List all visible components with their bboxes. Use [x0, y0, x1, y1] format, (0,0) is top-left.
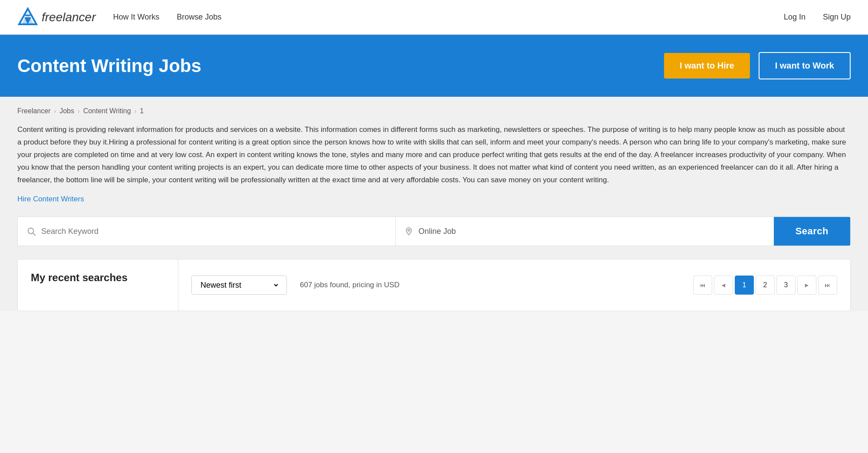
pagination: ⏮ ◄ 1 2 3 ► ⏭	[693, 276, 837, 295]
pagination-last[interactable]: ⏭	[818, 276, 837, 295]
svg-line-4	[33, 233, 35, 236]
nav-login[interactable]: Log In	[784, 13, 806, 22]
navbar: freelancer How It Works Browse Jobs Log …	[0, 0, 868, 35]
logo[interactable]: freelancer	[17, 7, 96, 28]
results-count: 607 jobs found, pricing in USD	[300, 281, 680, 289]
sort-dropdown[interactable]: Newest first Oldest first Budget: Low to…	[191, 276, 287, 295]
svg-point-5	[408, 230, 410, 231]
breadcrumb: Freelancer › Jobs › Content Writing › 1	[17, 107, 851, 115]
page-title: Content Writing Jobs	[17, 56, 201, 76]
search-icon	[26, 226, 36, 236]
navbar-links: How It Works Browse Jobs	[113, 13, 222, 22]
pagination-page-3[interactable]: 3	[776, 276, 796, 295]
logo-text: freelancer	[42, 10, 96, 24]
search-location-input[interactable]	[418, 227, 765, 236]
location-icon	[404, 227, 413, 236]
search-keyword-input[interactable]	[41, 227, 387, 236]
sort-select-input[interactable]: Newest first Oldest first Budget: Low to…	[199, 280, 279, 290]
content-area: Freelancer › Jobs › Content Writing › 1 …	[0, 97, 868, 311]
pagination-page-1[interactable]: 1	[735, 276, 754, 295]
search-location-section	[396, 217, 773, 246]
breadcrumb-jobs[interactable]: Jobs	[59, 107, 74, 115]
recent-searches-panel: My recent searches	[18, 259, 178, 311]
search-keyword-section	[18, 217, 396, 246]
breadcrumb-sep-1: ›	[54, 108, 56, 115]
hire-content-writers-link[interactable]: Hire Content Writers	[17, 195, 851, 204]
page-description: Content writing is providing relevant in…	[17, 124, 851, 186]
nav-browse-jobs[interactable]: Browse Jobs	[177, 13, 221, 22]
pagination-first[interactable]: ⏮	[693, 276, 712, 295]
recent-searches-title: My recent searches	[31, 272, 128, 284]
breadcrumb-page: 1	[140, 107, 144, 115]
breadcrumb-content-writing[interactable]: Content Writing	[83, 107, 131, 115]
pagination-next[interactable]: ►	[797, 276, 816, 295]
pagination-page-2[interactable]: 2	[756, 276, 775, 295]
bottom-row: My recent searches Newest first Oldest f…	[17, 259, 851, 311]
work-button[interactable]: I want to Work	[759, 52, 851, 79]
pagination-prev[interactable]: ◄	[714, 276, 733, 295]
hire-button[interactable]: I want to Hire	[664, 53, 750, 79]
breadcrumb-sep-2: ›	[78, 108, 80, 115]
nav-signup[interactable]: Sign Up	[823, 13, 851, 22]
breadcrumb-sep-3: ›	[135, 108, 137, 115]
hero-buttons: I want to Hire I want to Work	[664, 52, 851, 79]
nav-how-it-works[interactable]: How It Works	[113, 13, 160, 22]
hero-banner: Content Writing Jobs I want to Hire I wa…	[0, 35, 868, 97]
logo-icon	[17, 7, 38, 28]
search-bar: Search	[17, 217, 851, 246]
results-panel: Newest first Oldest first Budget: Low to…	[178, 259, 850, 311]
breadcrumb-freelancer[interactable]: Freelancer	[17, 107, 50, 115]
navbar-right: Log In Sign Up	[784, 13, 851, 22]
search-button[interactable]: Search	[774, 217, 850, 246]
